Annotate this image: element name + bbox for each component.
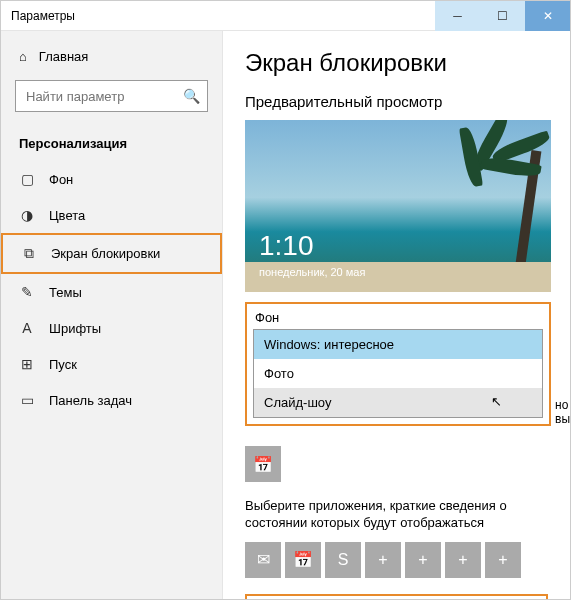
minimize-button[interactable]: ─ xyxy=(435,1,480,31)
page-title: Экран блокировки xyxy=(245,49,548,77)
detail-app-row: 📅 xyxy=(245,446,548,482)
close-button[interactable]: ✕ xyxy=(525,1,570,31)
plus-icon: + xyxy=(458,551,467,569)
dropdown-option-spotlight[interactable]: Windows: интересное xyxy=(254,330,542,359)
add-app-tile[interactable]: + xyxy=(445,542,481,578)
maximize-button[interactable]: ☐ xyxy=(480,1,525,31)
font-icon: A xyxy=(19,320,35,336)
titlebar-title: Параметры xyxy=(11,9,435,23)
dropdown-option-photo[interactable]: Фото xyxy=(254,359,542,388)
palette-icon: ◑ xyxy=(19,207,35,223)
settings-window: Параметры ─ ☐ ✕ ⌂ Главная 🔍 Персонализац… xyxy=(0,0,571,600)
preview-time: 1:10 xyxy=(259,230,314,262)
category-header: Персонализация xyxy=(1,126,222,161)
add-app-tile[interactable]: + xyxy=(365,542,401,578)
sidebar-item-start[interactable]: ⊞ Пуск xyxy=(1,346,222,382)
sidebar-item-background[interactable]: ▢ Фон xyxy=(1,161,222,197)
sidebar-item-taskbar[interactable]: ▭ Панель задач xyxy=(1,382,222,418)
signin-background-toggle-block: Показывать на экране входа фоновый рисун… xyxy=(245,594,548,599)
sidebar-item-lockscreen[interactable]: ⧉ Экран блокировки xyxy=(1,233,222,274)
content-area: Экран блокировки Предварительный просмот… xyxy=(223,31,570,599)
search-input[interactable] xyxy=(15,80,208,112)
search-box: 🔍 xyxy=(15,80,208,112)
titlebar: Параметры ─ ☐ ✕ xyxy=(1,1,570,31)
start-icon: ⊞ xyxy=(19,356,35,372)
sidebar-item-colors[interactable]: ◑ Цвета xyxy=(1,197,222,233)
plus-icon: + xyxy=(418,551,427,569)
sidebar-item-themes[interactable]: ✎ Темы xyxy=(1,274,222,310)
skype-app-tile[interactable]: S xyxy=(325,542,361,578)
sidebar-item-label: Пуск xyxy=(49,357,77,372)
skype-icon: S xyxy=(338,551,349,569)
sidebar-item-label: Темы xyxy=(49,285,82,300)
calendar-icon: 📅 xyxy=(253,455,273,474)
sidebar-item-label: Шрифты xyxy=(49,321,101,336)
theme-icon: ✎ xyxy=(19,284,35,300)
home-link[interactable]: ⌂ Главная xyxy=(1,41,222,72)
add-app-tile[interactable]: + xyxy=(405,542,441,578)
mail-app-tile[interactable]: ✉ xyxy=(245,542,281,578)
sidebar-item-label: Экран блокировки xyxy=(51,246,160,261)
search-icon: 🔍 xyxy=(183,88,200,104)
sidebar-item-label: Панель задач xyxy=(49,393,132,408)
calendar-app-tile[interactable]: 📅 xyxy=(245,446,281,482)
mail-icon: ✉ xyxy=(257,550,270,569)
calendar-app-tile[interactable]: 📅 xyxy=(285,542,321,578)
lockscreen-preview: 1:10 понедельник, 20 мая xyxy=(245,120,551,292)
background-dropdown[interactable]: Фон Windows: интересное Фото Слайд-шоу ↖ xyxy=(245,302,551,426)
dropdown-option-slideshow[interactable]: Слайд-шоу ↖ xyxy=(254,388,542,417)
plus-icon: + xyxy=(378,551,387,569)
plus-icon: + xyxy=(498,551,507,569)
picture-icon: ▢ xyxy=(19,171,35,187)
home-label: Главная xyxy=(39,49,88,64)
sidebar-item-label: Цвета xyxy=(49,208,85,223)
quick-apps-row: ✉ 📅 S + + + + xyxy=(245,542,548,578)
quick-status-label: Выберите приложения, краткие сведения о … xyxy=(245,498,548,532)
sidebar-item-label: Фон xyxy=(49,172,73,187)
sidebar-item-fonts[interactable]: A Шрифты xyxy=(1,310,222,346)
dropdown-label: Фон xyxy=(255,310,543,325)
lockscreen-icon: ⧉ xyxy=(21,245,37,262)
preview-label: Предварительный просмотр xyxy=(245,93,548,110)
cursor-icon: ↖ xyxy=(491,394,502,409)
home-icon: ⌂ xyxy=(19,49,27,64)
add-app-tile[interactable]: + xyxy=(485,542,521,578)
dropdown-list: Windows: интересное Фото Слайд-шоу ↖ xyxy=(253,329,543,418)
taskbar-icon: ▭ xyxy=(19,392,35,408)
sidebar: ⌂ Главная 🔍 Персонализация ▢ Фон ◑ Цвета… xyxy=(1,31,223,599)
preview-date: понедельник, 20 мая xyxy=(259,266,365,278)
calendar-icon: 📅 xyxy=(293,550,313,569)
